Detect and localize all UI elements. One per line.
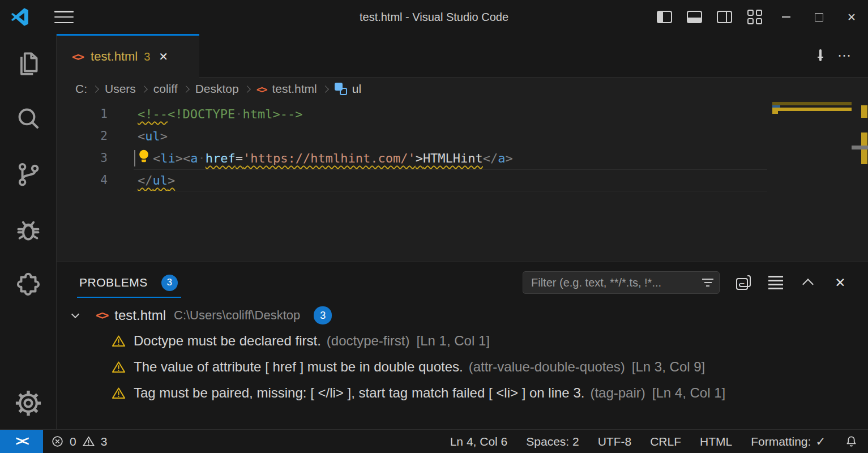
code-line[interactable]: 2<ul> [57,125,868,147]
code-token: > [416,151,423,165]
breadcrumb-symbol-ul[interactable]: ul [335,82,361,96]
close-panel-icon[interactable]: ✕ [832,274,849,291]
line-number: 4 [57,169,134,191]
titlebar-controls: ✕ [649,0,868,34]
lightbulb-icon[interactable] [138,149,153,172]
problem-location: [Ln 3, Col 9] [632,359,705,375]
line-content[interactable]: <li><a·href='https://htmlhint.com/'>HTML… [134,147,868,169]
explorer-icon[interactable] [12,48,44,79]
minimap[interactable] [772,100,852,262]
breadcrumb-coliff[interactable]: coliff [153,82,178,96]
status-formatting[interactable]: Formatting: ✓ [751,435,826,448]
breadcrumb-drive[interactable]: C: [75,82,87,96]
problem-item[interactable]: Doctype must be declared first.(doctype-… [57,328,868,354]
warning-count: 3 [101,435,108,448]
extensions-icon[interactable] [12,270,44,301]
chevron-right-icon [182,86,190,93]
code-token: > [506,151,513,165]
chevron-down-icon[interactable] [71,310,79,318]
tab-problems[interactable]: PROBLEMS 3 [79,262,178,303]
error-count: 0 [70,435,76,448]
html-code-icon: <> [256,83,267,95]
status-problems[interactable]: 0 3 [50,434,107,448]
warning-triangle-icon [111,334,126,349]
problems-list: Doctype must be declared first.(doctype-… [57,328,868,406]
source-control-icon[interactable] [12,159,44,190]
code-token: HTMLHint [423,151,483,165]
problems-tab-label: PROBLEMS [79,276,148,289]
line-content[interactable]: <!--<!DOCTYPE·html>--> [134,103,868,125]
problem-item[interactable]: The value of attribute [ href ] must be … [57,354,868,380]
code-line[interactable]: 4</ul> [57,169,868,191]
run-and-debug-icon[interactable] [12,214,44,246]
menu-icon[interactable] [54,11,74,23]
toggle-panel-icon[interactable] [679,0,709,34]
tab-problems-count: 3 [144,50,150,63]
status-eol[interactable]: CRLF [650,435,681,448]
split-editor-icon[interactable] [819,50,822,61]
status-encoding[interactable]: UTF-8 [598,435,632,448]
chevron-right-icon [243,86,251,93]
workbench: <> test.html 3 ✕ ⋯ C: Users coliff Deskt… [57,34,868,429]
text-cursor [134,150,135,166]
collapse-all-icon[interactable]: − [735,274,752,291]
problems-count-badge: 3 [161,275,178,291]
code-token: > [168,173,175,187]
bell-icon[interactable] [844,434,858,448]
status-language[interactable]: HTML [700,435,732,448]
code-line[interactable]: 3<li><a·href='https://htmlhint.com/'>HTM… [57,147,868,169]
maximize-button[interactable] [802,0,835,34]
minimize-button[interactable] [769,0,802,34]
remote-indicator[interactable]: >< [0,430,43,453]
search-icon[interactable] [12,103,44,135]
code-token: ul [153,173,168,187]
toggle-secondary-sidebar-icon[interactable] [709,0,739,34]
customize-layout-icon[interactable] [739,0,769,34]
panel-header: PROBLEMS 3 − ✕ [57,262,868,303]
toggle-primary-sidebar-icon[interactable] [649,0,679,34]
code-token: = [236,151,243,165]
file-path: C:\Users\coliff\Desktop [174,308,300,323]
close-tab-icon[interactable]: ✕ [159,50,168,63]
close-window-button[interactable]: ✕ [835,0,868,34]
maximize-panel-icon[interactable] [799,274,816,291]
window-title: test.html - Visual Studio Code [360,11,508,24]
code-token: <!DOCTYPE [168,107,235,121]
line-number: 3 [57,147,134,169]
code-line[interactable]: 1<!--<!DOCTYPE·html>--> [57,103,868,125]
view-as-table-icon[interactable] [767,274,784,291]
line-number: 1 [57,103,134,125]
tab-test-html[interactable]: <> test.html 3 ✕ [57,34,199,78]
code-token: < [138,129,145,143]
problems-filter [523,271,720,294]
breadcrumb-desktop[interactable]: Desktop [195,82,239,96]
title-bar: test.html - Visual Studio Code ✕ [0,0,868,34]
html-code-icon: <> [96,309,108,322]
filter-input[interactable] [531,276,699,289]
problem-item[interactable]: Tag must be paired, missing: [ </li> ], … [57,380,868,406]
warning-triangle-icon [111,360,126,375]
overview-ruler[interactable] [852,100,868,262]
breadcrumb-users[interactable]: Users [105,82,136,96]
breadcrumb-file[interactable]: <> test.html [256,82,317,96]
code-token: </ [483,151,498,165]
more-actions-icon[interactable]: ⋯ [837,48,852,63]
status-bar: >< 0 3 Ln 4, Col 6 Spaces: 2 UTF-8 CRLF … [0,429,868,453]
problem-location: [Ln 4, Col 1] [652,385,725,401]
problems-file-group[interactable]: <> test.html C:\Users\coliff\Desktop 3 [57,303,868,328]
chevron-right-icon [322,86,329,93]
filter-funnel-icon[interactable] [702,279,713,287]
problem-location: [Ln 1, Col 1] [417,333,490,349]
line-content[interactable]: <ul> [134,125,868,147]
status-line-col[interactable]: Ln 4, Col 6 [450,435,508,448]
code-token: a [498,151,505,165]
status-indentation[interactable]: Spaces: 2 [526,435,579,448]
breadcrumb-file-label: test.html [272,82,317,96]
code-token: < [183,151,190,165]
warning-triangle-icon [82,434,96,448]
settings-gear-icon[interactable] [12,387,44,419]
line-content[interactable]: </ul> [134,169,868,191]
code-editor[interactable]: 1<!--<!DOCTYPE·html>-->2<ul>3<li><a·href… [57,100,868,262]
chevron-right-icon [92,86,99,93]
warning-triangle-icon [111,386,126,401]
